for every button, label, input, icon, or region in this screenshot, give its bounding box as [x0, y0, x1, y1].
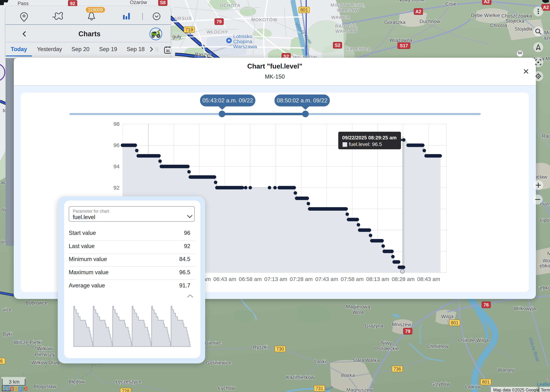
svg-text:Błogosław: Błogosław	[34, 384, 56, 389]
svg-text:92: 92	[70, 1, 75, 6]
svg-text:S8: S8	[160, 0, 166, 5]
svg-text:Yesterday: Yesterday	[37, 46, 62, 52]
svg-text:Today: Today	[11, 46, 27, 52]
svg-text:6: 6	[0, 358, 3, 364]
svg-text:Cisie: Cisie	[445, 1, 456, 7]
svg-text:Radac: Radac	[542, 133, 550, 139]
svg-text:Charts: Charts	[79, 30, 100, 38]
svg-text:A2: A2	[543, 5, 549, 10]
svg-text:79: 79	[216, 19, 222, 24]
svg-text:Ryszki: Ryszki	[253, 344, 268, 350]
svg-text:730: 730	[276, 346, 284, 351]
svg-text:Mi: Mi	[547, 251, 550, 256]
svg-text:Błędów: Błędów	[69, 379, 85, 385]
svg-text:98: 98	[114, 121, 120, 127]
svg-text:Gośniewice: Gośniewice	[206, 360, 231, 366]
svg-text:728: 728	[122, 389, 129, 392]
svg-text:76: 76	[484, 302, 489, 307]
svg-text:MOKOTÓW: MOKOTÓW	[251, 17, 277, 22]
svg-text:Wola: Wola	[352, 310, 364, 315]
svg-text:Stojecka: Stojecka	[505, 18, 524, 24]
svg-text:08:43 am: 08:43 am	[417, 276, 440, 282]
svg-text:07:13 am: 07:13 am	[264, 276, 287, 282]
svg-text:08:13 am: 08:13 am	[366, 276, 389, 282]
svg-text:Wilga: Wilga	[441, 314, 454, 319]
svg-text:Łęczeszyce: Łęczeszyce	[115, 379, 141, 385]
svg-text:Wanaty: Wanaty	[498, 367, 514, 373]
svg-text:Łychów: Łychów	[218, 385, 235, 391]
svg-text:Laski: Laski	[314, 359, 326, 364]
svg-text:A2: A2	[484, 0, 490, 4]
svg-text:Sep 19: Sep 19	[99, 46, 117, 52]
svg-text:Nowy Konik: Nowy Konik	[398, 0, 424, 3]
svg-text:31: 31	[166, 49, 170, 53]
svg-text:ˑazo: ˑazo	[542, 35, 550, 41]
svg-text:05:43:02 a.m. 09/22: 05:43:02 a.m. 09/22	[202, 97, 253, 104]
svg-text:Latków: Latków	[465, 384, 481, 390]
svg-text:WŁOCHY: WŁOCHY	[207, 29, 228, 35]
svg-text:Wilków: Wilków	[37, 346, 53, 351]
svg-text:Lipówk: Lipówk	[540, 218, 550, 223]
svg-text:719: 719	[185, 27, 193, 32]
svg-text:Chmielew: Chmielew	[427, 344, 449, 349]
svg-text:Sep 20: Sep 20	[71, 46, 89, 52]
svg-text:FALENICA: FALENICA	[347, 47, 371, 51]
svg-text:Pass: Pass	[18, 1, 29, 6]
svg-text:Góraszka: Góraszka	[384, 20, 406, 25]
svg-text:Warszawa: Warszawa	[233, 44, 257, 49]
svg-text:Ostrołęckie: Ostrołęckie	[374, 346, 399, 351]
svg-text:Mniszew: Mniszew	[392, 322, 411, 327]
svg-text:Pierwszy: Pierwszy	[35, 352, 55, 357]
svg-text:A2: A2	[415, 9, 421, 14]
svg-text:Magnuszew: Magnuszew	[346, 387, 373, 392]
svg-text:Stara Warka: Stara Warka	[352, 357, 380, 363]
svg-text:Sośn: Sośn	[547, 376, 550, 381]
svg-text:ˑębkows: ˑębkows	[538, 263, 550, 269]
svg-text:08:28 am: 08:28 am	[392, 276, 414, 282]
svg-text:96: 96	[114, 142, 120, 148]
svg-text:S2: S2	[335, 43, 340, 48]
svg-text:06:58 am: 06:58 am	[239, 276, 262, 282]
svg-text:801: 801	[451, 320, 458, 325]
svg-text:Dębe Wielkie: Dębe Wielkie	[471, 13, 500, 18]
svg-text:ocław: ocław	[534, 174, 547, 180]
svg-text:92: 92	[114, 185, 120, 191]
svg-text:Lotnisko: Lotnisko	[233, 34, 252, 39]
svg-text:94: 94	[114, 163, 120, 169]
svg-text:119009: 119009	[88, 7, 103, 12]
svg-text:fuel.level: 96.5: fuel.level: 96.5	[349, 141, 382, 147]
svg-text:Kazimierków: Kazimierków	[286, 375, 314, 380]
svg-text:MIĘDZYLESIE,: MIĘDZYLESIE,	[330, 3, 365, 7]
svg-text:Chopina: Chopina	[233, 39, 252, 44]
svg-text:Osiedle Wilga: Osiedle Wilga	[458, 338, 489, 343]
svg-text:Raszyn: Raszyn	[195, 52, 211, 57]
svg-text:Magierowa: Magierowa	[346, 304, 370, 310]
svg-text:Vistula River: Vistula River	[528, 336, 541, 363]
svg-text:RADOŚĆ,: RADOŚĆ,	[335, 24, 358, 28]
svg-text:06:43 am: 06:43 am	[213, 276, 236, 282]
svg-text:736: 736	[393, 366, 401, 371]
svg-text:WARSAW: WARSAW	[336, 29, 358, 34]
svg-text:URSUS: URSUS	[175, 16, 192, 21]
svg-text:07:43 am: 07:43 am	[315, 276, 338, 282]
svg-text:07:28 am: 07:28 am	[290, 276, 313, 282]
svg-text:OCHOTA: OCHOTA	[220, 3, 241, 8]
svg-text:Sep 18: Sep 18	[127, 46, 145, 52]
svg-text:Stojadła: Stojadła	[514, 26, 533, 32]
svg-text:801: 801	[300, 7, 308, 13]
svg-text:S17: S17	[400, 43, 408, 48]
svg-text:Wilcze Piętki: Wilcze Piętki	[14, 340, 42, 345]
svg-text:Grzybów: Grzybów	[430, 381, 450, 387]
svg-text:731: 731	[315, 386, 323, 391]
svg-text:Grażyna: Grażyna	[365, 323, 384, 329]
svg-text:Bobrowce: Bobrowce	[26, 300, 48, 306]
svg-text:07:58 am: 07:58 am	[341, 276, 364, 282]
svg-text:Wilków Drugi: Wilków Drugi	[31, 360, 60, 365]
svg-text:Mi: Mi	[544, 30, 550, 35]
svg-text:Choszczówka: Choszczówka	[501, 13, 532, 19]
svg-text:Warka: Warka	[341, 373, 355, 378]
svg-text:S: S	[155, 46, 159, 53]
svg-text:Duchnów: Duchnów	[420, 19, 440, 24]
svg-text:801: 801	[482, 379, 490, 385]
svg-text:Byki: Byki	[3, 331, 12, 337]
